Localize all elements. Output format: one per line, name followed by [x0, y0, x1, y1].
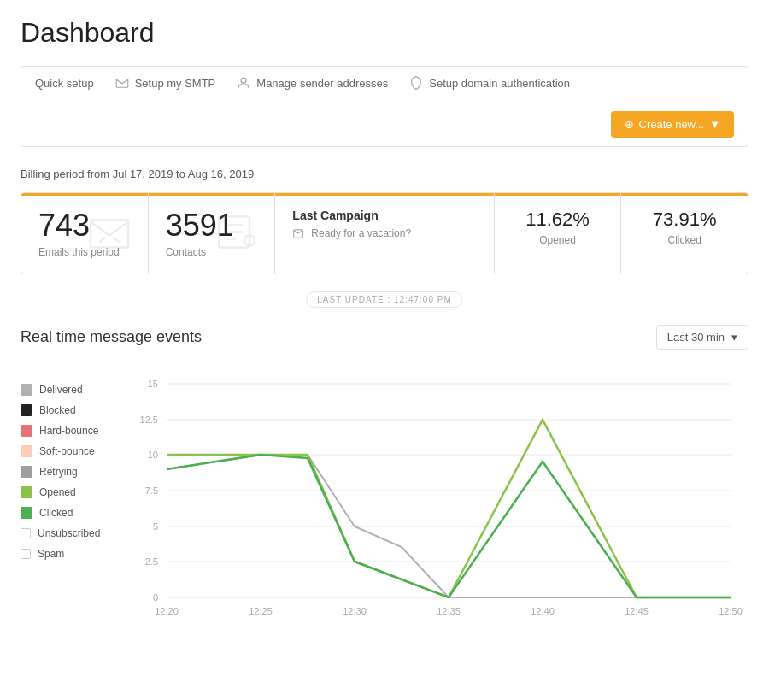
delivered-color [21, 384, 32, 396]
domain-label: Setup domain authentication [429, 77, 570, 90]
svg-text:12:50: 12:50 [719, 606, 743, 616]
opened-line [167, 420, 731, 597]
campaign-name-row: Ready for a vacation? [292, 227, 476, 239]
sender-label: Manage sender addresses [256, 77, 388, 90]
spam-label: Spam [38, 548, 64, 560]
legend-clicked: Clicked [21, 507, 114, 519]
last-update-badge: LAST UPDATE : 12:47:00 PM [21, 281, 748, 325]
last-update-label: LAST UPDATE : 12:47:00 PM [306, 291, 462, 308]
retrying-color [21, 466, 32, 478]
chart-container: Delivered Blocked Hard-bounce Soft-bounc… [21, 367, 748, 626]
opened-color [21, 486, 32, 498]
chart-svg: 15 12.5 10 7.5 5 2.5 [114, 367, 748, 623]
unsubscribed-checkbox [21, 528, 31, 538]
svg-text:7.5: 7.5 [145, 485, 158, 496]
last-campaign-info: Last Campaign Ready for a vacation? [275, 193, 494, 274]
create-new-button[interactable]: ⊕ Create new... ▼ [611, 111, 734, 138]
legend-retrying: Retrying [21, 466, 114, 478]
page-title: Dashboard [21, 17, 748, 49]
soft-bounce-label: Soft-bounce [39, 445, 95, 457]
domain-icon [408, 75, 424, 91]
spam-checkbox [21, 549, 31, 559]
svg-text:12:40: 12:40 [531, 606, 555, 616]
hard-bounce-label: Hard-bounce [39, 425, 98, 437]
clicked-color [21, 507, 32, 519]
quick-setup-label: Quick setup [35, 77, 94, 90]
clicked-label: Clicked [638, 234, 731, 246]
clicked-label-legend: Clicked [39, 507, 73, 519]
svg-point-1 [241, 78, 246, 83]
svg-rect-2 [91, 220, 128, 247]
svg-text:10: 10 [148, 450, 158, 460]
chart-area: 15 12.5 10 7.5 5 2.5 [114, 367, 748, 626]
legend-blocked: Blocked [21, 404, 114, 416]
chevron-down-icon: ▾ [731, 331, 737, 344]
campaign-icon [292, 227, 304, 239]
svg-text:2.5: 2.5 [145, 556, 158, 567]
dropdown-arrow-icon: ▼ [709, 118, 720, 131]
legend-soft-bounce: Soft-bounce [21, 445, 114, 457]
billing-period: Billing period from Jul 17, 2019 to Aug … [21, 168, 748, 180]
contacts-icon [214, 215, 257, 251]
create-icon: ⊕ [625, 118, 634, 131]
smtp-setup-item[interactable]: Setup my SMTP [114, 75, 216, 91]
email-icon [88, 215, 131, 251]
unsubscribed-label: Unsubscribed [38, 527, 100, 539]
svg-text:12:20: 12:20 [155, 606, 179, 616]
svg-text:0: 0 [153, 592, 158, 603]
delivered-label: Delivered [39, 384, 83, 396]
emails-stat-card: 743 Emails this period [21, 193, 149, 274]
smtp-icon [114, 75, 130, 91]
svg-text:12:30: 12:30 [343, 606, 367, 616]
legend-unsubscribed: Unsubscribed [21, 527, 114, 539]
sender-addresses-item[interactable]: Manage sender addresses [236, 75, 388, 91]
stats-row: 743 Emails this period 3591 Contacts [21, 192, 748, 274]
opened-label-legend: Opened [39, 486, 76, 498]
svg-text:12:45: 12:45 [625, 606, 649, 616]
quick-setup-item[interactable]: Quick setup [35, 77, 94, 90]
opened-label: Opened [512, 234, 604, 246]
campaign-name: Ready for a vacation? [311, 227, 411, 239]
clicked-metric: 73.91% Clicked [621, 193, 748, 274]
opened-pct: 11.62% [512, 209, 604, 231]
legend-hard-bounce: Hard-bounce [21, 425, 114, 437]
time-selector[interactable]: Last 30 min ▾ [656, 325, 748, 350]
legend-delivered: Delivered [21, 384, 114, 396]
toolbar: Quick setup Setup my SMTP Manage sender … [21, 66, 748, 147]
svg-text:12:35: 12:35 [437, 606, 461, 616]
legend-spam: Spam [21, 548, 114, 560]
svg-text:5: 5 [153, 521, 158, 532]
svg-text:15: 15 [148, 379, 158, 389]
chart-section-header: Real time message events Last 30 min ▾ [21, 325, 748, 350]
time-selector-label: Last 30 min [667, 331, 725, 344]
smtp-label: Setup my SMTP [135, 77, 216, 90]
blocked-color [21, 404, 32, 416]
soft-bounce-color [21, 445, 32, 457]
hard-bounce-color [21, 425, 32, 437]
legend-opened: Opened [21, 486, 114, 498]
sender-icon [236, 75, 251, 91]
campaign-title: Last Campaign [292, 209, 476, 222]
retrying-label: Retrying [39, 466, 78, 478]
create-label: Create new... [639, 118, 705, 131]
clicked-pct: 73.91% [638, 209, 731, 231]
contacts-stat-card: 3591 Contacts [149, 193, 276, 274]
domain-auth-item[interactable]: Setup domain authentication [408, 75, 570, 91]
chart-title: Real time message events [21, 328, 202, 346]
opened-metric: 11.62% Opened [495, 193, 622, 274]
chart-legend: Delivered Blocked Hard-bounce Soft-bounc… [21, 367, 114, 626]
blocked-label: Blocked [39, 404, 76, 416]
svg-text:12:25: 12:25 [249, 606, 273, 616]
svg-text:12.5: 12.5 [140, 415, 158, 425]
